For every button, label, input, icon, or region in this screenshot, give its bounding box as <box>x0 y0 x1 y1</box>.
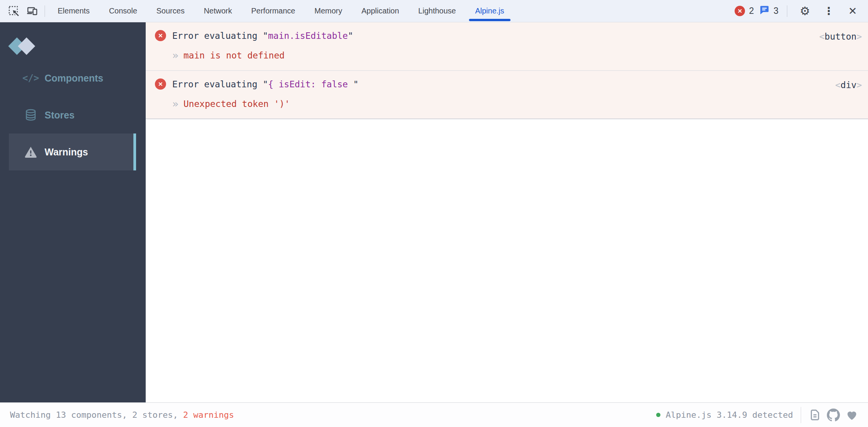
message-count: 3 <box>773 6 778 16</box>
tab-sources[interactable]: Sources <box>147 0 194 22</box>
warnings-count: 2 warnings <box>183 410 234 420</box>
device-toolbar-icon[interactable] <box>23 2 42 20</box>
tab-network[interactable]: Network <box>194 0 241 22</box>
warnings-panel: ✕ Error evaluating "main.isEditable" » m… <box>146 22 868 402</box>
error-count-badge[interactable]: ✕ 2 <box>735 6 754 16</box>
status-right-cluster: Alpine.js 3.14.9 detected <box>656 407 868 423</box>
double-chevron-icon: » <box>172 49 178 61</box>
sidebar-item-label: Components <box>45 73 103 84</box>
warning-detail: » main is not defined <box>172 49 284 61</box>
warning-title: ✕ Error evaluating "main.isEditable" <box>155 30 353 41</box>
toolbar-divider <box>787 5 787 17</box>
element-tag[interactable]: <button> <box>819 32 862 42</box>
sidebar-nav: </> Components Stores <box>0 60 146 170</box>
error-icon: ✕ <box>735 6 745 16</box>
warning-row[interactable]: ✕ Error evaluating "{ isEdit: false " » … <box>146 71 868 119</box>
error-circle-icon: ✕ <box>155 78 166 90</box>
warning-expression: main.isEditable <box>268 31 348 41</box>
sidebar-item-label: Stores <box>45 110 75 121</box>
warning-row[interactable]: ✕ Error evaluating "main.isEditable" » m… <box>146 22 868 71</box>
detected-dot-icon <box>656 413 660 417</box>
warning-title: ✕ Error evaluating "{ isEdit: false " <box>155 78 359 90</box>
detected-version-text: Alpine.js 3.14.9 detected <box>666 410 793 420</box>
logo-diamond-right <box>18 37 35 55</box>
tab-lighthouse[interactable]: Lighthouse <box>409 0 466 22</box>
tab-alpinejs[interactable]: Alpine.js <box>466 0 514 22</box>
alpinejs-logo <box>10 37 48 62</box>
inspect-element-icon[interactable] <box>5 2 23 20</box>
tag-name: div <box>841 80 857 90</box>
watching-status: Watching 13 components, 2 stores, 2 warn… <box>0 410 234 420</box>
toolbar-divider <box>45 5 45 17</box>
devtools-tabs: Elements Console Sources Network Perform… <box>48 0 514 22</box>
docs-icon[interactable] <box>809 409 821 421</box>
heart-icon[interactable] <box>846 409 858 421</box>
tab-application[interactable]: Application <box>352 0 409 22</box>
warning-text: Error evaluating "main.isEditable" <box>172 31 353 41</box>
status-divider <box>801 407 801 423</box>
github-icon[interactable] <box>827 409 840 422</box>
devtools-toolbar: Elements Console Sources Network Perform… <box>0 0 868 22</box>
status-bar: Watching 13 components, 2 stores, 2 warn… <box>0 402 868 427</box>
tag-name: button <box>825 32 856 42</box>
tab-memory[interactable]: Memory <box>305 0 352 22</box>
error-count: 2 <box>749 6 754 16</box>
warning-message: main is not defined <box>183 50 284 60</box>
sidebar-item-components[interactable]: </> Components <box>0 60 146 97</box>
tab-performance[interactable]: Performance <box>242 0 305 22</box>
warning-detail: » Unexpected token ')' <box>172 98 290 110</box>
double-chevron-icon: » <box>172 98 178 110</box>
tab-console[interactable]: Console <box>99 0 146 22</box>
warning-triangle-icon <box>22 145 39 158</box>
status-icons <box>809 409 868 422</box>
toolbar-right-cluster: ✕ 2 3 ⚙ ⋮ ✕ <box>735 2 868 20</box>
warning-message: Unexpected token ')' <box>183 99 290 109</box>
kebab-menu-icon[interactable]: ⋮ <box>820 2 838 20</box>
alpine-sidebar: </> Components Stores <box>0 22 146 402</box>
sidebar-item-warnings[interactable]: Warnings <box>9 133 136 170</box>
sidebar-item-label: Warnings <box>45 147 88 158</box>
warning-expression: { isEdit: false <box>268 79 353 89</box>
settings-gear-icon[interactable]: ⚙ <box>796 2 814 20</box>
sidebar-item-stores[interactable]: Stores <box>0 97 146 133</box>
error-circle-icon: ✕ <box>155 30 166 41</box>
database-icon <box>22 108 39 122</box>
element-tag[interactable]: <div> <box>835 80 862 90</box>
message-icon <box>759 5 770 17</box>
tab-elements[interactable]: Elements <box>48 0 99 22</box>
close-devtools-icon[interactable]: ✕ <box>843 2 862 20</box>
code-icon: </> <box>22 73 39 83</box>
warning-text: Error evaluating "{ isEdit: false " <box>172 79 359 89</box>
message-count-badge[interactable]: 3 <box>759 5 778 17</box>
